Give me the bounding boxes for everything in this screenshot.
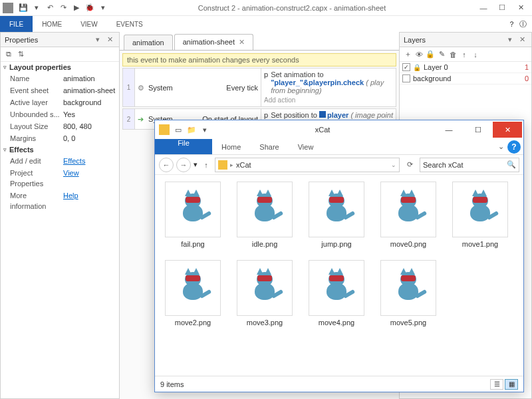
maximize-icon[interactable]: ☐ <box>493 2 511 14</box>
new-folder-icon[interactable]: 📁 <box>186 124 198 136</box>
help-icon[interactable]: ? <box>507 140 521 154</box>
breadcrumb[interactable]: xCat <box>236 161 251 169</box>
prop-key: Margins <box>10 133 63 144</box>
file-item[interactable]: move4.png <box>308 260 365 327</box>
info-icon[interactable]: ⓘ <box>519 19 527 29</box>
address-bar[interactable]: ▸ xCat ⌄ <box>215 158 400 172</box>
dropdown-icon[interactable]: ▾ <box>199 124 211 136</box>
properties-panel: Properties ▾ ✕ ⧉ ⇅ ▿Layout properties Na… <box>0 32 120 399</box>
event-condition[interactable]: ⚙SystemEvery tick <box>135 68 261 106</box>
pin-icon[interactable]: ▾ <box>505 35 515 45</box>
file-item[interactable]: jump.png <box>308 182 365 248</box>
details-view-button[interactable]: ☰ <box>490 379 503 390</box>
file-item[interactable]: move5.png <box>380 260 437 327</box>
chevron-down-icon[interactable]: ⌄ <box>391 162 396 168</box>
add-action-link[interactable]: Add action <box>264 95 393 105</box>
panel-title: Layers <box>404 36 426 44</box>
sort-icon[interactable]: ⇅ <box>15 49 26 60</box>
refresh-button[interactable]: ⟳ <box>402 158 417 172</box>
file-item[interactable]: move2.png <box>164 260 221 327</box>
history-dropdown-icon[interactable]: ▾ <box>194 160 198 169</box>
event-comment[interactable]: this event to make animation changes eve… <box>122 53 396 66</box>
debug-icon[interactable]: 🐞 <box>84 2 96 14</box>
dropdown-icon[interactable]: ▾ <box>31 2 43 14</box>
explorer-file-grid[interactable]: fail.pngidle.pngjump.pngmove0.pngmove1.p… <box>155 175 523 376</box>
file-item[interactable]: move0.png <box>380 182 437 248</box>
file-item[interactable]: fail.png <box>164 182 221 248</box>
window-controls: — ☐ ✕ <box>475 2 529 14</box>
layer-row[interactable]: 🔒Layer 01 <box>400 62 531 73</box>
prop-section-layout[interactable]: ▿Layout properties <box>1 62 119 72</box>
layer-name[interactable]: background <box>413 74 452 82</box>
pin-icon[interactable]: ▾ <box>92 35 103 45</box>
prop-key: Event sheet <box>10 85 63 96</box>
delete-icon[interactable]: 🗑 <box>448 49 458 60</box>
prop-row[interactable]: Layout Size800, 480 <box>1 120 119 132</box>
menu-home[interactable]: HOME <box>33 16 71 32</box>
event-row[interactable]: 1⚙SystemEvery tickpSet animation to "pla… <box>122 68 396 107</box>
ribbon-home[interactable]: Home <box>212 139 250 154</box>
prop-link[interactable]: View <box>63 168 79 189</box>
prop-row[interactable]: Event sheetanimation-sheet <box>1 84 119 96</box>
tab-animation-sheet[interactable]: animation-sheet✕ <box>174 34 253 50</box>
edit-icon[interactable]: ✎ <box>436 49 447 60</box>
close-button[interactable]: ✕ <box>493 122 522 138</box>
prop-section-effects[interactable]: ▿Effects <box>1 144 119 155</box>
prop-value[interactable]: Yes <box>63 109 75 120</box>
visibility-checkbox[interactable] <box>402 74 410 82</box>
file-item[interactable]: move1.png <box>452 182 509 248</box>
prop-link[interactable]: Effects <box>63 156 85 166</box>
minimize-button[interactable]: — <box>434 122 464 138</box>
action-text[interactable]: Set animation to "player_"&playerpin.che… <box>271 70 393 94</box>
event-action[interactable]: pSet animation to "player_"&playerpin.ch… <box>261 68 396 106</box>
tab-animation[interactable]: animation <box>124 35 173 50</box>
dropdown-icon[interactable]: ▾ <box>97 2 109 14</box>
menu-events[interactable]: EVENTS <box>107 16 152 32</box>
menu-file[interactable]: FILE <box>0 16 33 32</box>
prop-row[interactable]: Unbounded s...Yes <box>1 108 119 120</box>
chevron-down-icon[interactable]: ⌄ <box>494 139 507 154</box>
search-input[interactable]: Search xCat 🔍 <box>420 158 519 172</box>
add-layer-icon[interactable]: ＋ <box>402 49 413 60</box>
quick-access-toolbar: 💾 ▾ ↶ ↷ ▶ 🐞 ▾ <box>17 2 109 14</box>
question-icon[interactable]: ？ <box>508 19 515 29</box>
prop-row[interactable]: Nameanimation <box>1 72 119 84</box>
close-icon[interactable]: ✕ <box>104 35 115 45</box>
minimize-icon[interactable]: — <box>475 2 492 14</box>
move-up-icon[interactable]: ↑ <box>459 49 469 60</box>
ribbon-file[interactable]: File <box>155 139 212 154</box>
collapse-all-icon[interactable]: ⧉ <box>3 49 14 60</box>
file-item[interactable]: move3.png <box>236 260 293 327</box>
visibility-checkbox[interactable] <box>402 63 410 71</box>
run-icon[interactable]: ▶ <box>70 2 82 14</box>
prop-value[interactable]: background <box>63 97 102 108</box>
close-icon[interactable]: ✕ <box>517 35 527 45</box>
redo-icon[interactable]: ↷ <box>57 2 69 14</box>
prop-value[interactable]: 800, 480 <box>63 121 92 132</box>
menu-view[interactable]: VIEW <box>71 16 107 32</box>
prop-row[interactable]: Active layerbackground <box>1 96 119 108</box>
ribbon-view[interactable]: View <box>289 139 323 154</box>
lock-icon[interactable]: 🔒 <box>425 49 436 60</box>
layer-name[interactable]: Layer 0 <box>424 63 448 71</box>
close-icon[interactable]: ✕ <box>239 38 245 46</box>
icons-view-button[interactable]: ▦ <box>505 379 518 390</box>
move-down-icon[interactable]: ↓ <box>470 49 481 60</box>
nav-back-button[interactable]: ← <box>159 158 174 172</box>
ribbon-share[interactable]: Share <box>250 139 288 154</box>
prop-value[interactable]: animation-sheet <box>63 85 115 96</box>
undo-icon[interactable]: ↶ <box>44 2 56 14</box>
prop-value[interactable]: 0, 0 <box>63 133 75 144</box>
close-icon[interactable]: ✕ <box>512 2 529 14</box>
maximize-button[interactable]: ☐ <box>464 122 493 138</box>
prop-link[interactable]: Help <box>63 190 78 211</box>
nav-forward-button[interactable]: → <box>176 158 191 172</box>
properties-icon[interactable]: ▭ <box>172 124 184 136</box>
prop-row[interactable]: Margins0, 0 <box>1 132 119 144</box>
nav-up-button[interactable]: ↑ <box>200 159 212 171</box>
layer-row[interactable]: background0 <box>400 73 531 84</box>
prop-value[interactable]: animation <box>63 73 95 84</box>
save-icon[interactable]: 💾 <box>17 2 29 14</box>
file-item[interactable]: idle.png <box>236 182 293 248</box>
visibility-icon[interactable]: 👁 <box>414 49 424 60</box>
